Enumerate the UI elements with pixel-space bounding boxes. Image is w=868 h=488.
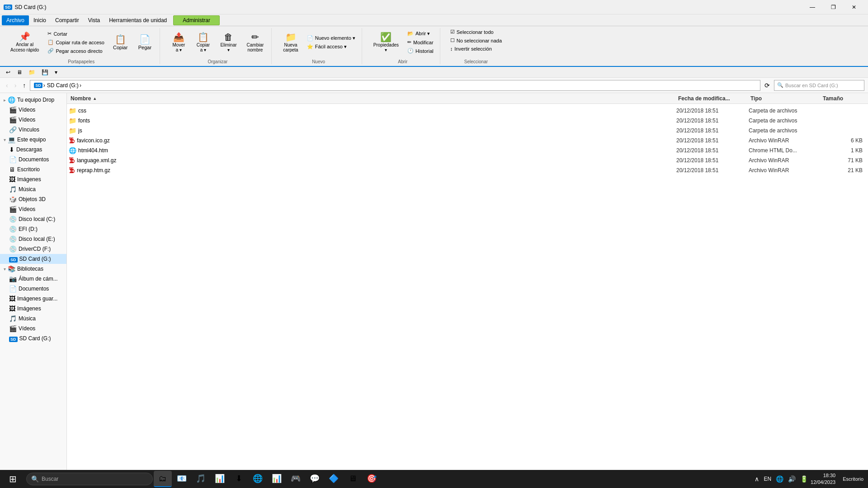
back-button[interactable]: ‹ (4, 80, 10, 90)
file-row-css[interactable]: 📁 css 20/12/2018 18:51 Carpeta de archiv… (67, 106, 868, 116)
sidebar-item-documentos[interactable]: 📄 Documentos (0, 155, 66, 164)
seleccionar-todo-button[interactable]: ☑ Seleccionar todo (448, 28, 505, 36)
file-row-favicon[interactable]: 🗜 favicon.ico.gz 20/12/2018 18:51 Archiv… (67, 136, 868, 145)
taskbar-chrome[interactable]: 🌐 (249, 471, 267, 487)
cortar-button[interactable]: ✂ Cortar (45, 30, 107, 38)
time-block[interactable]: 18:30 12/04/2023 (811, 472, 835, 486)
file-row-fonts[interactable]: 📁 fonts 20/12/2018 18:51 Carpeta de arch… (67, 116, 868, 126)
minimize-button[interactable]: — (802, 0, 823, 14)
sidebar-item-descargas[interactable]: ⬇ Descargas (0, 145, 66, 155)
propiedades-button[interactable]: ✅ Propiedades▾ (369, 30, 403, 55)
facil-acceso-button[interactable]: ⭐ Fácil acceso ▾ (304, 43, 358, 51)
up-button[interactable]: ↑ (20, 80, 28, 90)
taskbar-game[interactable]: 🎮 (287, 471, 305, 487)
sidebar-item-imgguard[interactable]: 🖼 Imágenes guar... (0, 294, 66, 304)
search-box[interactable]: 🔍 Buscar en SD Card (G:) (774, 80, 864, 91)
address-box[interactable]: SD › SD Card (G:) › (30, 80, 760, 91)
abrir-button[interactable]: 📂 Abrir ▾ (405, 30, 436, 38)
col-header-fecha[interactable]: Fecha de modifica... (676, 93, 749, 103)
cambiar-nombre-button[interactable]: ✏ Cambiarnombre (243, 30, 268, 55)
col-header-tipo[interactable]: Tipo (749, 93, 821, 103)
sidebar-item-musica2[interactable]: 🎵 Música (0, 314, 66, 324)
sidebar-item-efid[interactable]: 💿 EFI (D:) (0, 224, 66, 234)
sidebar-item-discoc[interactable]: 💿 Disco local (C:) (0, 214, 66, 224)
sidebar-item-imgs2[interactable]: 🖼 Imágenes (0, 304, 66, 314)
taskbar-app2[interactable]: 🖥 (344, 471, 362, 487)
taskbar-mail[interactable]: 📧 (173, 471, 191, 487)
modificar-button[interactable]: ✏ Modificar (405, 38, 436, 46)
sidebar-item-sdcard[interactable]: SD SD Card (G:) (0, 254, 66, 264)
refresh-button[interactable]: ⟳ (762, 80, 772, 90)
sidebar-item-docs2[interactable]: 📄 Documentos (0, 284, 66, 294)
eliminar-button[interactable]: 🗑 Eliminar▾ (216, 30, 241, 55)
sidebar-item-musica[interactable]: 🎵 Música (0, 184, 66, 194)
taskbar-excel[interactable]: 📊 (268, 471, 286, 487)
sidebar-item-videos1[interactable]: 🎬 Vídeos (0, 105, 66, 115)
taskbar-app1[interactable]: 🔷 (325, 471, 343, 487)
pegar-acceso-button[interactable]: 🔗 Pegar acceso directo (45, 47, 107, 55)
sidebar-item-drivercd[interactable]: 💿 DriverCD (F:) (0, 244, 66, 254)
escritorio-button[interactable]: Escritorio (840, 476, 866, 482)
copiar-a-button[interactable]: 📋 Copiara ▾ (192, 30, 214, 55)
reprap-name: reprap.htm.gz (77, 167, 676, 174)
taskbar-app3[interactable]: 🎯 (363, 471, 381, 487)
menu-vista[interactable]: Vista (84, 15, 104, 25)
qat-folder[interactable]: 📁 (26, 68, 38, 77)
taskbar-search[interactable]: 🔍 Buscar (26, 473, 153, 485)
taskbar-spotify[interactable]: 🎵 (192, 471, 210, 487)
sidebar-item-discoe[interactable]: 💿 Disco local (E:) (0, 234, 66, 244)
copiar-button[interactable]: 📋 Copiar (109, 33, 132, 52)
close-button[interactable]: ✕ (844, 0, 864, 14)
pegar-button[interactable]: 📄 Pegar (133, 33, 156, 52)
maximize-button[interactable]: ❐ (823, 0, 844, 14)
sidebar-item-este-equipo[interactable]: ▾ 💻 Este equipo (0, 135, 66, 145)
nueva-carpeta-button[interactable]: 📁 Nuevacarpeta (279, 30, 302, 55)
taskbar-office[interactable]: 📊 (211, 471, 229, 487)
sidebar-item-objetos3d[interactable]: 🎲 Objetos 3D (0, 194, 66, 204)
anclar-button[interactable]: 📌 Anclar alAcceso rápido (6, 30, 43, 55)
start-button[interactable]: ⊞ (2, 471, 24, 487)
pegar-label: Pegar (138, 45, 151, 50)
col-header-nombre[interactable]: Nombre ▲ (69, 93, 676, 103)
sidebar-item-album[interactable]: 📷 Álbum de cám... (0, 274, 66, 284)
sidebar-item-videos3[interactable]: 🎬 Vídeos (0, 204, 66, 214)
battery-icon[interactable]: 🔋 (798, 474, 810, 483)
col-header-tamano[interactable]: Tamaño (821, 93, 866, 103)
invertir-seleccion-button[interactable]: ↕ Invertir selección (448, 45, 505, 52)
taskbar-chat[interactable]: 💬 (306, 471, 324, 487)
sidebar-item-bibliotecas[interactable]: ▾ 📚 Bibliotecas (0, 264, 66, 274)
menu-inicio[interactable]: Inicio (29, 15, 51, 25)
taskbar-downloader[interactable]: ⬇ (230, 471, 248, 487)
historial-button[interactable]: 🕐 Historial (405, 47, 436, 55)
sidebar-item-vinculos[interactable]: 🔗 Vínculos (0, 125, 66, 135)
show-hidden-icon[interactable]: ∧ (753, 474, 761, 483)
file-row-reprap[interactable]: 🗜 reprap.htm.gz 20/12/2018 18:51 Archivo… (67, 165, 868, 175)
menu-compartir[interactable]: Compartir (51, 15, 84, 25)
sound-icon[interactable]: 🔊 (786, 474, 797, 483)
menu-herramientas[interactable]: Herramientas de unidad (104, 15, 171, 25)
menu-archivo[interactable]: Archivo (2, 15, 29, 25)
sidebar-item-sdcard2[interactable]: SD SD Card (G:) (0, 333, 66, 343)
sidebar-item-videos2[interactable]: 🎬 Vídeos (0, 115, 66, 125)
qat-back[interactable]: ↩ (4, 68, 13, 77)
taskbar-file-explorer[interactable]: 🗂 (154, 471, 172, 487)
forward-button[interactable]: › (12, 80, 19, 90)
qat-save[interactable]: 💾 (39, 68, 51, 77)
no-seleccionar-button[interactable]: ☐ No seleccionar nada (448, 37, 505, 44)
qat-computer[interactable]: 🖥 (14, 68, 24, 77)
mover-button[interactable]: 📤 Movera ▾ (167, 30, 190, 55)
sidebar-item-videos4[interactable]: 🎬 Vídeos (0, 324, 66, 333)
copiar-ruta-button[interactable]: 📋 Copiar ruta de acceso (45, 38, 107, 46)
network-icon[interactable]: 🌐 (774, 474, 785, 483)
sidebar-item-escritorio[interactable]: 🖥 Escritorio (0, 164, 66, 174)
copiar-ruta-label: Copiar ruta de acceso (56, 40, 104, 45)
qat-more[interactable]: ▾ (52, 68, 60, 77)
file-row-language[interactable]: 🗜 language.xml.gz 20/12/2018 18:51 Archi… (67, 155, 868, 165)
administrar-button[interactable]: Administrar (173, 15, 220, 25)
sidebar-item-equipo-drop[interactable]: ▸ 🌐 Tu equipo Drop (0, 95, 66, 105)
file-row-js[interactable]: 📁 js 20/12/2018 18:51 Carpeta de archivo… (67, 126, 868, 136)
sidebar-item-imagenes[interactable]: 🖼 Imágenes (0, 174, 66, 184)
keyboard-layout[interactable]: EN (762, 475, 773, 483)
file-row-html404[interactable]: 🌐 html404.htm 20/12/2018 18:51 Chrome HT… (67, 145, 868, 155)
nuevo-elemento-button[interactable]: 📄 Nuevo elemento ▾ (304, 34, 358, 42)
